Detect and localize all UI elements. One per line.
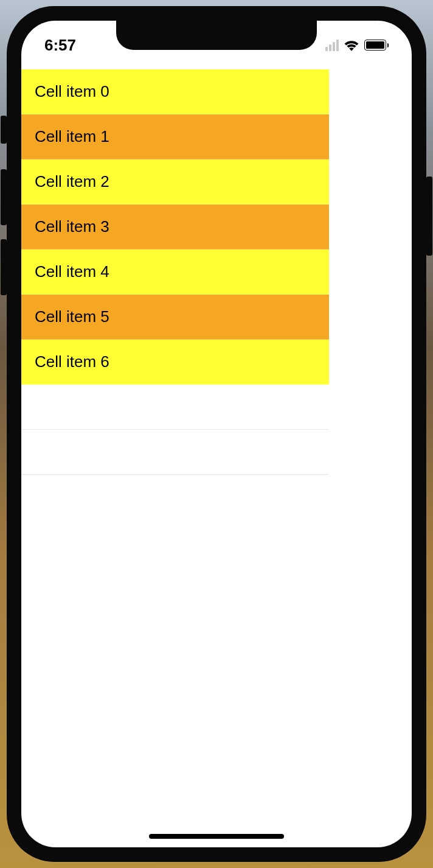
volume-down-button[interactable] bbox=[1, 239, 7, 295]
table-row[interactable]: Cell item 6 bbox=[21, 340, 329, 385]
table-row-empty bbox=[21, 385, 329, 430]
table-row[interactable]: Cell item 3 bbox=[21, 205, 329, 250]
screen: 6:57 bbox=[21, 21, 412, 847]
device-frame: 6:57 bbox=[7, 6, 426, 862]
table-row-empty bbox=[21, 430, 329, 475]
mute-switch[interactable] bbox=[1, 116, 7, 144]
cell-label: Cell item 3 bbox=[35, 217, 109, 236]
power-button[interactable] bbox=[426, 177, 432, 256]
table-row[interactable]: Cell item 4 bbox=[21, 250, 329, 295]
cellular-signal-icon bbox=[325, 40, 339, 51]
table-row[interactable]: Cell item 0 bbox=[21, 69, 329, 114]
content-area: Cell item 0 Cell item 1 Cell item 2 Cell… bbox=[21, 69, 412, 847]
battery-icon bbox=[364, 40, 389, 51]
table-row[interactable]: Cell item 2 bbox=[21, 159, 329, 205]
table-view[interactable]: Cell item 0 Cell item 1 Cell item 2 Cell… bbox=[21, 69, 329, 475]
table-row[interactable]: Cell item 1 bbox=[21, 114, 329, 159]
home-indicator[interactable] bbox=[149, 834, 284, 839]
volume-up-button[interactable] bbox=[1, 169, 7, 225]
cell-label: Cell item 5 bbox=[35, 307, 109, 326]
wifi-icon bbox=[344, 39, 359, 51]
cell-label: Cell item 1 bbox=[35, 127, 109, 146]
cell-label: Cell item 6 bbox=[35, 352, 109, 371]
notch bbox=[116, 21, 317, 50]
status-time: 6:57 bbox=[44, 31, 76, 55]
cell-label: Cell item 2 bbox=[35, 172, 109, 191]
status-icons bbox=[325, 34, 389, 51]
table-row[interactable]: Cell item 5 bbox=[21, 295, 329, 340]
cell-label: Cell item 0 bbox=[35, 82, 109, 101]
cell-label: Cell item 4 bbox=[35, 262, 109, 281]
